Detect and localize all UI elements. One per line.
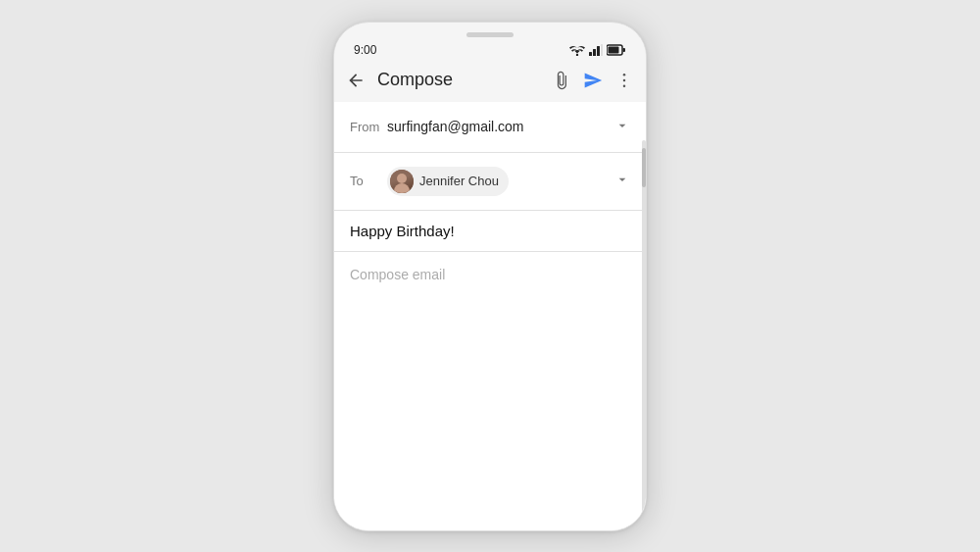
scrollbar-track[interactable] — [642, 140, 646, 530]
send-icon[interactable] — [583, 71, 603, 90]
toolbar-actions — [552, 71, 634, 90]
to-row: To Jennifer Chou — [334, 153, 646, 211]
svg-rect-1 — [589, 52, 592, 56]
recipient-chip[interactable]: Jennifer Chou — [387, 167, 509, 196]
signal-icon — [589, 44, 603, 56]
body-row[interactable]: Compose email — [334, 252, 646, 530]
to-field[interactable]: Jennifer Chou — [387, 167, 614, 196]
avatar-body — [394, 183, 410, 193]
recipient-avatar — [390, 170, 414, 193]
svg-point-0 — [576, 53, 578, 55]
recipient-name: Jennifer Chou — [419, 174, 499, 188]
to-expand-icon[interactable] — [614, 172, 630, 190]
scrollbar-thumb — [642, 148, 646, 187]
from-label: From — [350, 120, 387, 134]
avatar-inner — [390, 170, 414, 193]
svg-rect-4 — [601, 44, 603, 56]
status-icons — [569, 44, 626, 56]
toolbar-title: Compose — [373, 70, 552, 90]
status-bar: 9:00 — [334, 37, 646, 59]
svg-point-8 — [623, 73, 626, 75]
battery-icon — [607, 44, 626, 56]
svg-rect-7 — [623, 48, 626, 52]
attach-icon[interactable] — [552, 71, 571, 90]
avatar-head — [397, 174, 407, 183]
body-placeholder: Compose email — [350, 267, 445, 282]
subject-text: Happy Birthday! — [350, 223, 455, 239]
subject-row[interactable]: Happy Birthday! — [334, 211, 646, 252]
from-expand-icon[interactable] — [614, 118, 630, 136]
svg-point-10 — [623, 84, 626, 87]
back-button[interactable] — [346, 67, 373, 94]
wifi-icon — [569, 44, 585, 56]
from-value[interactable]: surfingfan@gmail.com — [387, 119, 614, 134]
compose-area: From surfingfan@gmail.com To — [334, 102, 646, 530]
to-label: To — [350, 174, 387, 188]
phone-shell: 9:00 — [333, 22, 647, 531]
from-row: From surfingfan@gmail.com — [334, 102, 646, 153]
status-time: 9:00 — [354, 43, 376, 57]
toolbar: Compose — [334, 59, 646, 102]
svg-rect-6 — [609, 46, 619, 53]
more-options-icon[interactable] — [614, 71, 634, 90]
svg-rect-2 — [593, 49, 596, 56]
svg-point-9 — [623, 78, 626, 81]
svg-rect-3 — [597, 46, 600, 56]
